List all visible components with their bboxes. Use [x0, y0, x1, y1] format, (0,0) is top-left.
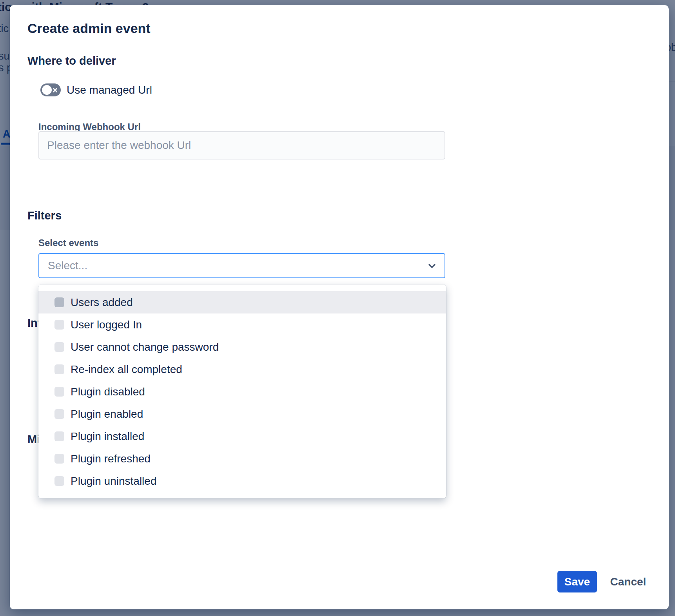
- select-events-label: Select events: [38, 237, 98, 248]
- event-option-label: Plugin refreshed: [71, 453, 151, 465]
- event-option-row[interactable]: Plugin installed: [38, 425, 446, 448]
- dialog-title: Create admin event: [27, 21, 151, 36]
- webhook-url-input[interactable]: [38, 131, 445, 159]
- checkbox-icon[interactable]: [54, 364, 64, 374]
- toggle-knob: [42, 85, 52, 95]
- cancel-button[interactable]: Cancel: [604, 571, 653, 592]
- save-button[interactable]: Save: [557, 571, 597, 592]
- webhook-url-label: Incoming Webhook Url: [38, 121, 141, 132]
- toggle-cross-icon: [53, 87, 58, 92]
- checkbox-icon[interactable]: [54, 342, 64, 352]
- event-option-label: Plugin enabled: [71, 408, 143, 420]
- event-option-label: Users added: [71, 296, 133, 309]
- event-option-label: User cannot change password: [71, 341, 219, 353]
- checkbox-icon[interactable]: [54, 387, 64, 397]
- filters-heading: Filters: [27, 209, 62, 222]
- event-option-row[interactable]: User cannot change password: [38, 336, 446, 358]
- checkbox-icon[interactable]: [54, 476, 64, 486]
- chevron-down-icon: [428, 263, 436, 268]
- where-to-deliver-heading: Where to deliver: [27, 54, 116, 67]
- select-placeholder: Select...: [48, 259, 87, 272]
- select-events-control[interactable]: Select...: [38, 253, 445, 278]
- event-option-label: Re-index all completed: [71, 363, 182, 376]
- checkbox-icon[interactable]: [54, 409, 64, 419]
- checkbox-icon[interactable]: [54, 297, 64, 307]
- event-option-row[interactable]: Users added: [38, 291, 446, 313]
- event-option-row[interactable]: User logged In: [38, 313, 446, 336]
- use-managed-url-row: Use managed Url: [40, 83, 152, 96]
- event-option-row[interactable]: Re-index all completed: [38, 358, 446, 380]
- create-admin-event-dialog: Create admin event Where to deliver Use …: [10, 5, 669, 609]
- use-managed-url-label: Use managed Url: [67, 84, 152, 96]
- event-option-label: User logged In: [71, 319, 142, 331]
- event-option-row[interactable]: Plugin disabled: [38, 380, 446, 403]
- event-option-label: Plugin installed: [71, 430, 144, 443]
- event-option-label: Plugin uninstalled: [71, 475, 157, 487]
- event-option-row[interactable]: Plugin uninstalled: [38, 470, 446, 492]
- checkbox-icon[interactable]: [54, 454, 64, 464]
- checkbox-icon[interactable]: [54, 431, 64, 441]
- event-options-menu: Users added User logged In User cannot c…: [38, 284, 446, 498]
- checkbox-icon[interactable]: [54, 320, 64, 330]
- use-managed-url-toggle[interactable]: [40, 83, 61, 96]
- event-option-label: Plugin disabled: [71, 386, 145, 398]
- event-option-row[interactable]: Plugin enabled: [38, 403, 446, 425]
- event-option-row[interactable]: Plugin refreshed: [38, 448, 446, 470]
